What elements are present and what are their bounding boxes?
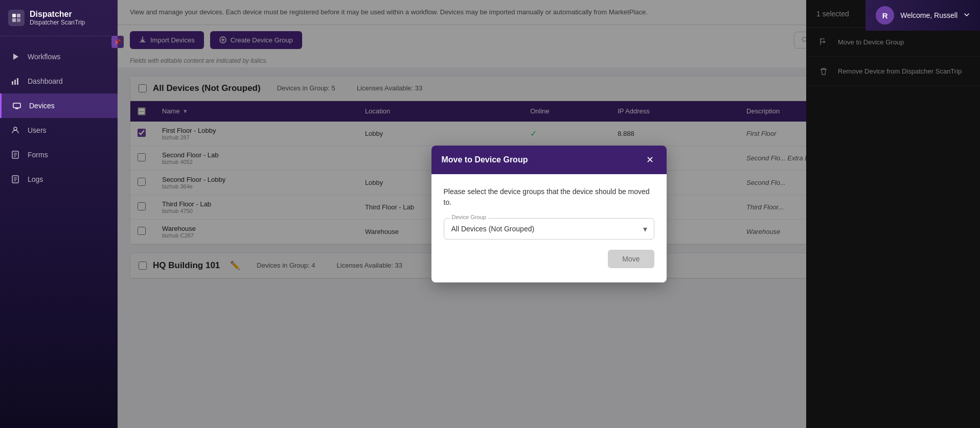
user-dropdown-arrow[interactable] [964,11,970,20]
modal-close-button[interactable]: ✕ [644,154,656,166]
devices-icon [12,101,22,111]
sidebar: DispatcherDispatcher ScanTrip 📌 Workflow… [0,0,118,428]
main-content: View and manage your devices. Each devic… [118,0,980,428]
sidebar-item-devices[interactable]: Devices [0,93,118,118]
modal-overlay: Move to Device Group ✕ Please select the… [118,0,980,428]
logo-area: DispatcherDispatcher ScanTrip [0,0,118,36]
sidebar-item-label: Users [28,126,47,134]
modal-select-wrapper: Device Group All Devices (Not Grouped) ▾ [444,218,654,240]
user-welcome: Welcome, Russell [900,11,958,19]
sidebar-item-dashboard[interactable]: Dashboard [0,69,118,93]
sidebar-item-workflows[interactable]: Workflows [0,44,118,69]
svg-rect-8 [13,103,20,108]
svg-rect-7 [17,78,18,85]
sidebar-nav: Workflows Dashboard Devices [0,36,118,192]
svg-rect-3 [17,18,20,22]
sidebar-item-logs[interactable]: Logs [0,167,118,192]
sidebar-item-label: Workflows [28,53,60,61]
forms-icon [10,150,20,160]
sidebar-item-label: Logs [28,175,43,183]
chart-icon [10,76,20,86]
sidebar-item-label: Dashboard [28,77,63,85]
svg-rect-6 [14,80,16,85]
move-to-group-modal: Move to Device Group ✕ Please select the… [431,146,667,282]
user-icon [10,125,20,135]
app-title: DispatcherDispatcher ScanTrip [30,9,85,27]
sidebar-item-label: Devices [29,102,55,110]
svg-marker-4 [13,54,18,60]
logo-icon [8,10,25,26]
svg-rect-1 [17,14,20,17]
svg-rect-5 [12,81,13,85]
svg-rect-2 [12,18,16,22]
move-button[interactable]: Move [608,250,654,268]
modal-header: Move to Device Group ✕ [431,146,667,174]
logs-icon [10,174,20,184]
modal-footer: Move [444,250,654,268]
modal-title: Move to Device Group [442,155,528,164]
modal-body: Please select the device groups that the… [431,174,667,282]
user-area: R Welcome, Russell [865,0,980,31]
modal-select-label: Device Group [450,214,488,220]
play-icon [10,52,20,62]
svg-rect-9 [15,108,18,109]
avatar: R [876,6,894,25]
device-group-select[interactable]: All Devices (Not Grouped) [444,218,654,240]
sidebar-item-label: Forms [28,151,48,159]
modal-body-text: Please select the device groups that the… [444,186,654,208]
sidebar-item-users[interactable]: Users [0,118,118,142]
svg-point-10 [14,127,17,130]
svg-rect-0 [12,14,16,17]
sidebar-item-forms[interactable]: Forms [0,142,118,167]
